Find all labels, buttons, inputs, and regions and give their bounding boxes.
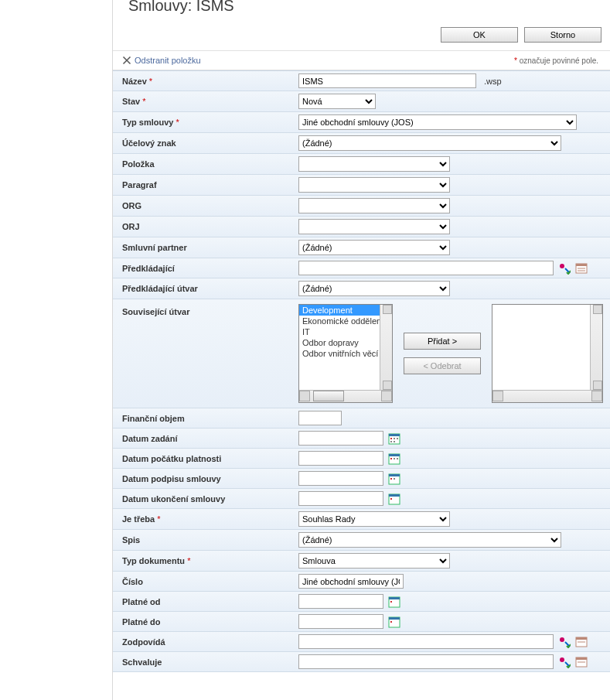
check-names-icon[interactable] xyxy=(558,636,571,648)
required-note: * označuje povinné pole. xyxy=(514,56,598,65)
list-item[interactable]: Odbor vnitřních věcí xyxy=(299,348,392,359)
predkladajici-input[interactable] xyxy=(298,261,554,275)
svg-rect-16 xyxy=(397,458,398,459)
browse-icon[interactable] xyxy=(575,656,588,668)
label-typ-smlouvy: Typ smlouvy xyxy=(122,118,173,127)
label-datum-pocatku: Datum počátku platnosti xyxy=(122,454,221,463)
souvisejici-available-list[interactable]: Development Ekonomické oddělení IT Odbor… xyxy=(298,304,393,403)
label-typ-dokumentu: Typ dokumentu xyxy=(122,556,185,565)
zodpovida-input[interactable] xyxy=(298,634,554,649)
svg-rect-23 xyxy=(390,498,392,500)
predkladajici-utvar-select[interactable]: (Žádné) xyxy=(298,281,450,296)
list-item[interactable]: Development xyxy=(299,305,392,316)
label-je-treba: Je třeba xyxy=(122,514,155,524)
label-datum-ukonceni: Datum ukončení smlouvy xyxy=(122,494,225,504)
svg-rect-9 xyxy=(397,438,398,439)
calendar-icon[interactable] xyxy=(388,452,400,465)
delete-icon xyxy=(122,56,131,65)
svg-rect-18 xyxy=(389,474,400,476)
main-content: Smlouvy: ISMS OK Storno Odstranit položk… xyxy=(113,0,610,700)
remove-button[interactable]: < Odebrat xyxy=(404,357,481,374)
scrollbar[interactable] xyxy=(492,390,602,402)
label-predkladajici: Předkládající xyxy=(122,264,175,273)
schvaluje-input[interactable] xyxy=(298,654,554,669)
je-treba-select[interactable]: Souhlas Rady xyxy=(298,511,450,527)
spis-select[interactable]: (Žádné) xyxy=(298,532,561,548)
check-names-icon[interactable] xyxy=(558,262,571,275)
scrollbar[interactable] xyxy=(590,305,602,390)
polozka-select[interactable] xyxy=(298,156,450,172)
svg-rect-2 xyxy=(576,264,587,266)
datum-podpisu-input[interactable] xyxy=(298,471,383,486)
svg-rect-8 xyxy=(394,438,395,439)
svg-rect-11 xyxy=(394,441,395,442)
label-polozka: Položka xyxy=(122,159,155,169)
svg-rect-28 xyxy=(389,617,400,620)
label-cislo: Číslo xyxy=(122,577,143,586)
svg-rect-36 xyxy=(576,657,587,660)
delete-item-link[interactable]: Odstranit položku xyxy=(122,56,201,65)
page-title: Smlouvy: ISMS xyxy=(113,0,610,19)
svg-rect-22 xyxy=(389,494,400,497)
smluvni-partner-select[interactable]: (Žádné) xyxy=(298,240,450,255)
browse-icon[interactable] xyxy=(575,636,588,648)
label-nazev: Název xyxy=(122,77,147,86)
label-zodpovida: Zodpovídá xyxy=(122,637,165,647)
svg-rect-26 xyxy=(390,601,392,603)
stav-select[interactable]: Nová xyxy=(298,94,376,109)
cislo-input[interactable] xyxy=(298,574,404,589)
top-toolbar: OK Storno xyxy=(113,19,610,51)
calendar-icon[interactable] xyxy=(388,473,400,485)
label-datum-zadani: Datum zadání xyxy=(122,434,178,443)
label-ucelovy-znak: Účelový znak xyxy=(122,138,176,148)
nazev-input[interactable] xyxy=(298,73,476,88)
calendar-icon[interactable] xyxy=(388,432,400,445)
org-select[interactable] xyxy=(298,198,450,213)
list-item[interactable]: Odbor dopravy xyxy=(299,337,392,348)
cancel-button[interactable]: Storno xyxy=(524,27,601,43)
typ-dokumentu-select[interactable]: Smlouva xyxy=(298,553,450,569)
paragraf-select[interactable] xyxy=(298,177,450,193)
label-paragraf: Paragraf xyxy=(122,180,157,190)
add-button[interactable]: Přidat > xyxy=(404,333,481,350)
label-financni-objem: Finanční objem xyxy=(122,414,185,423)
svg-rect-6 xyxy=(389,434,400,436)
financni-objem-input[interactable] xyxy=(298,411,342,425)
browse-icon[interactable] xyxy=(575,262,588,275)
scrollbar[interactable] xyxy=(299,390,392,402)
nazev-suffix: .wsp xyxy=(484,77,502,86)
check-names-icon[interactable] xyxy=(558,656,571,668)
calendar-icon[interactable] xyxy=(388,493,400,505)
svg-rect-13 xyxy=(389,454,400,456)
typ-smlouvy-select[interactable]: Jiné obchodní smlouvy (JOS) xyxy=(298,114,577,130)
svg-rect-14 xyxy=(390,458,392,459)
label-orj: ORJ xyxy=(122,222,140,231)
ucelovy-znak-select[interactable]: (Žádné) xyxy=(298,135,561,151)
label-org: ORG xyxy=(122,201,141,210)
calendar-icon[interactable] xyxy=(388,596,400,608)
label-predkladajici-utvar: Předkládající útvar xyxy=(122,284,198,293)
svg-rect-7 xyxy=(390,438,392,439)
label-schvaluje: Schvaluje xyxy=(122,657,162,667)
datum-pocatku-input[interactable] xyxy=(298,451,383,466)
label-platne-od: Platné od xyxy=(122,597,161,606)
svg-rect-29 xyxy=(390,621,392,623)
list-item[interactable]: IT xyxy=(299,326,392,337)
platne-od-input[interactable] xyxy=(298,594,383,609)
label-smluvni-partner: Smluvní partner xyxy=(122,243,187,252)
list-item[interactable]: Ekonomické oddělení xyxy=(299,316,392,326)
label-platne-do: Platné do xyxy=(122,617,161,627)
left-nav-panel xyxy=(0,0,113,700)
svg-point-30 xyxy=(560,637,564,642)
required-note-text: označuje povinné pole. xyxy=(517,56,598,65)
calendar-icon[interactable] xyxy=(388,616,400,628)
souvisejici-selected-list[interactable] xyxy=(492,304,603,403)
platne-do-input[interactable] xyxy=(298,614,383,629)
scrollbar[interactable] xyxy=(380,305,392,390)
ok-button[interactable]: OK xyxy=(441,27,518,43)
datum-ukonceni-input[interactable] xyxy=(298,491,383,506)
datum-zadani-input[interactable] xyxy=(298,431,383,446)
orj-select[interactable] xyxy=(298,219,450,234)
svg-point-34 xyxy=(560,657,564,662)
svg-rect-10 xyxy=(390,441,392,442)
